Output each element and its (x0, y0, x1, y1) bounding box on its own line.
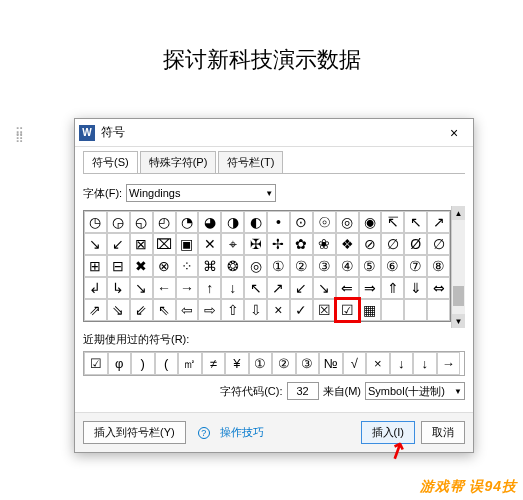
recent-symbol-cell[interactable]: ③ (296, 352, 320, 375)
recent-symbol-cell[interactable]: ㎡ (178, 352, 202, 375)
symbol-cell[interactable]: ⊗ (153, 255, 176, 277)
recent-symbol-cell[interactable]: ② (272, 352, 296, 375)
symbol-cell[interactable]: ⇩ (244, 299, 267, 321)
recent-symbol-cell[interactable]: √ (343, 352, 367, 375)
symbol-cell[interactable] (404, 299, 427, 321)
symbol-cell[interactable]: ⁘ (176, 255, 199, 277)
symbol-cell[interactable] (427, 299, 450, 321)
symbol-cell[interactable]: ☑ (336, 299, 359, 321)
symbol-cell[interactable]: ❂ (221, 255, 244, 277)
symbol-cell[interactable]: ✖ (130, 255, 153, 277)
symbol-cell[interactable]: ⇒ (359, 277, 382, 299)
symbol-cell[interactable]: ✿ (290, 233, 313, 255)
symbol-cell[interactable]: ✓ (290, 299, 313, 321)
symbol-cell[interactable]: ⊘ (359, 233, 382, 255)
scroll-up-icon[interactable]: ▲ (452, 206, 465, 220)
close-icon[interactable]: × (439, 125, 469, 141)
symbol-cell[interactable]: • (267, 211, 290, 233)
symbol-cell[interactable]: ☒ (313, 299, 336, 321)
from-select[interactable]: Symbol(十进制) ▼ (365, 382, 465, 400)
symbol-cell[interactable]: ① (267, 255, 290, 277)
scroll-down-icon[interactable]: ▼ (452, 314, 465, 328)
symbol-cell[interactable]: ◐ (244, 211, 267, 233)
symbol-cell[interactable]: ◔ (176, 211, 199, 233)
symbol-cell[interactable]: ⇧ (221, 299, 244, 321)
symbol-cell[interactable]: ⑦ (404, 255, 427, 277)
symbol-cell[interactable]: ⇔ (427, 277, 450, 299)
symbol-cell[interactable]: ∅ (381, 233, 404, 255)
symbol-cell[interactable]: ⑥ (381, 255, 404, 277)
symbol-cell[interactable]: ◴ (153, 211, 176, 233)
symbol-cell[interactable]: ◶ (107, 211, 130, 233)
recent-symbol-cell[interactable]: ) (131, 352, 155, 375)
symbol-cell[interactable]: ◕ (198, 211, 221, 233)
help-icon[interactable]: ? (198, 427, 210, 439)
symbol-cell[interactable]: ⇗ (84, 299, 107, 321)
scroll-thumb[interactable] (453, 286, 464, 306)
insert-to-toolbar-button[interactable]: 插入到符号栏(Y) (83, 421, 186, 444)
symbol-cell[interactable]: ⑧ (427, 255, 450, 277)
recent-symbol-cell[interactable]: ☑ (84, 352, 108, 375)
symbol-cell[interactable]: → (176, 277, 199, 299)
recent-symbol-cell[interactable]: ① (249, 352, 273, 375)
symbol-cell[interactable]: ↘ (130, 277, 153, 299)
symbol-cell[interactable]: ⊙ (290, 211, 313, 233)
symbol-cell[interactable]: ↖ (404, 211, 427, 233)
symbol-cell[interactable]: ⊞ (84, 255, 107, 277)
symbol-cell[interactable]: ⑤ (359, 255, 382, 277)
tab-special[interactable]: 特殊字符(P) (140, 151, 217, 173)
recent-symbol-cell[interactable]: φ (108, 352, 132, 375)
symbol-cell[interactable]: ◉ (359, 211, 382, 233)
code-input[interactable] (287, 382, 319, 400)
symbol-cell[interactable]: ↑ (198, 277, 221, 299)
symbol-cell[interactable]: Ø (404, 233, 427, 255)
symbol-cell[interactable]: ⇖ (153, 299, 176, 321)
symbol-cell[interactable]: ◎ (244, 255, 267, 277)
symbol-cell[interactable]: ⇨ (198, 299, 221, 321)
tips-link[interactable]: 操作技巧 (220, 425, 264, 440)
symbol-cell[interactable]: ⌘ (198, 255, 221, 277)
symbol-cell[interactable]: ✢ (267, 233, 290, 255)
font-select[interactable]: Wingdings ▼ (126, 184, 276, 202)
symbol-cell[interactable]: ↖ (244, 277, 267, 299)
recent-symbol-cell[interactable]: → (437, 352, 461, 375)
symbol-cell[interactable]: ↘ (84, 233, 107, 255)
symbol-cell[interactable]: ↙ (107, 233, 130, 255)
symbol-cell[interactable]: ↸ (381, 211, 404, 233)
symbol-cell[interactable]: ⦾ (313, 211, 336, 233)
tab-toolbar[interactable]: 符号栏(T) (218, 151, 283, 173)
recent-symbol-cell[interactable]: № (319, 352, 343, 375)
symbol-cell[interactable]: ⇦ (176, 299, 199, 321)
recent-symbol-cell[interactable]: × (366, 352, 390, 375)
symbol-cell[interactable]: ↓ (221, 277, 244, 299)
symbol-cell[interactable]: × (267, 299, 290, 321)
symbol-cell[interactable] (381, 299, 404, 321)
symbol-cell[interactable]: ⊠ (130, 233, 153, 255)
symbol-cell[interactable]: ▦ (359, 299, 382, 321)
grid-scrollbar[interactable]: ▲ ▼ (451, 206, 465, 328)
symbol-cell[interactable]: ∅ (427, 233, 450, 255)
symbol-cell[interactable]: ⌖ (221, 233, 244, 255)
symbol-cell[interactable]: ⇐ (336, 277, 359, 299)
symbol-cell[interactable]: ⇑ (381, 277, 404, 299)
symbol-cell[interactable]: ◷ (84, 211, 107, 233)
recent-symbol-cell[interactable]: ≠ (202, 352, 226, 375)
symbol-cell[interactable]: ↗ (427, 211, 450, 233)
symbol-cell[interactable]: ② (290, 255, 313, 277)
recent-symbol-cell[interactable]: ( (155, 352, 179, 375)
tab-symbols[interactable]: 符号(S) (83, 151, 138, 173)
recent-symbol-cell[interactable]: ↓ (413, 352, 437, 375)
symbol-cell[interactable]: ↳ (107, 277, 130, 299)
symbol-cell[interactable]: ✕ (198, 233, 221, 255)
symbol-cell[interactable]: ⊟ (107, 255, 130, 277)
symbol-cell[interactable]: ← (153, 277, 176, 299)
symbol-cell[interactable]: ❖ (336, 233, 359, 255)
symbol-cell[interactable]: ◵ (130, 211, 153, 233)
symbol-cell[interactable]: ❀ (313, 233, 336, 255)
symbol-cell[interactable]: ◑ (221, 211, 244, 233)
symbol-cell[interactable]: ⇙ (130, 299, 153, 321)
symbol-cell[interactable]: ▣ (176, 233, 199, 255)
symbol-cell[interactable]: ◎ (336, 211, 359, 233)
symbol-cell[interactable]: ⇓ (404, 277, 427, 299)
symbol-cell[interactable]: ↙ (290, 277, 313, 299)
